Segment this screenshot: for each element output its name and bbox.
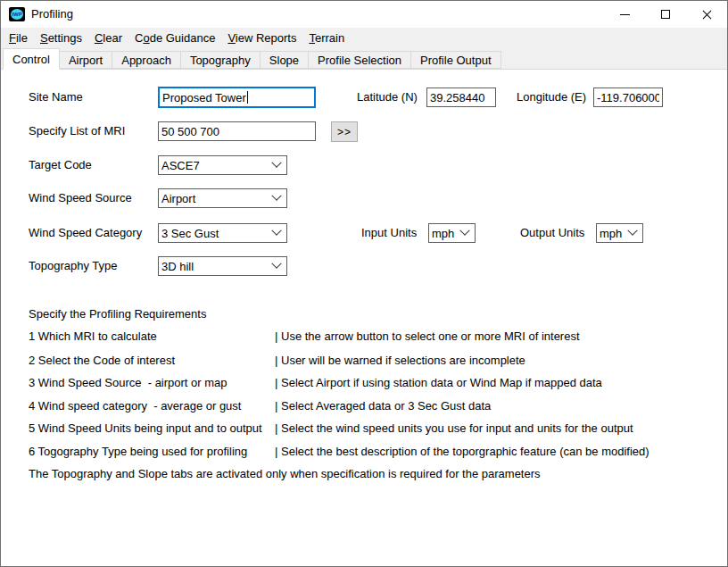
topography-type-label: Topography Type [29,256,118,276]
tab-approach[interactable]: Approach [112,51,181,69]
instruction-row: 1 Which MRI to calculate | Use the arrow… [29,329,707,344]
instruction-row: 5 Wind Speed Units being input and to ou… [29,421,707,436]
window-title: Profiling [31,1,73,28]
menu-terrain[interactable]: Terrain [302,28,351,48]
instructions-footer: The Topography and Slope tabs are activa… [29,467,541,481]
mri-input[interactable] [158,121,316,141]
site-name-input[interactable]: Proposed Tower [158,87,316,108]
target-code-label: Target Code [29,155,92,175]
instruction-row: 4 Wind speed category - average or gust … [29,399,707,413]
tab-profile-output[interactable]: Profile Output [410,51,501,69]
chevron-down-icon [271,191,281,201]
minimize-button[interactable] [604,1,645,28]
menubar: File Settings Clear Code Guidance View R… [1,28,727,48]
wind-speed-source-combobox[interactable]: Airport [158,188,287,208]
control-tab-page: Site Name Proposed Tower Latitude (N) Lo… [1,70,727,566]
instruction-row: 2 Select the Code of interest | User wil… [29,354,707,368]
longitude-input[interactable] [593,88,663,107]
tab-control[interactable]: Control [3,48,60,70]
maximize-icon [661,10,670,19]
minimize-icon [620,14,630,15]
output-units-combobox[interactable]: mph [596,223,643,243]
longitude-label: Longitude (E) [517,88,586,107]
wind-speed-source-label: Wind Speed Source [29,188,132,208]
close-icon [701,9,713,21]
maximize-button[interactable] [645,1,686,28]
wind-speed-category-combobox[interactable]: 3 Sec Gust [158,223,287,243]
chevron-down-icon [627,226,637,236]
chevron-down-icon [271,226,281,236]
menu-settings[interactable]: Settings [34,28,88,48]
close-button[interactable] [686,1,727,28]
tab-airport[interactable]: Airport [59,51,112,69]
input-units-combobox[interactable]: mph [428,223,476,243]
profiling-window: IWP Profiling File Settings Clear Code G… [0,0,728,567]
tabstrip: Control Airport Approach Topography Slop… [1,48,727,70]
app-icon: IWP [9,7,25,21]
latitude-label: Latitude (N) [357,88,418,107]
tab-profile-selection[interactable]: Profile Selection [308,51,411,69]
tab-topography[interactable]: Topography [180,51,261,69]
menu-code-guidance[interactable]: Code Guidance [128,28,221,48]
chevron-down-icon [459,226,469,236]
target-code-combobox[interactable]: ASCE7 [158,155,287,175]
mri-label: Specify List of MRI [29,121,125,141]
titlebar: IWP Profiling [1,1,727,28]
menu-clear[interactable]: Clear [88,28,128,48]
menu-file[interactable]: File [3,28,34,48]
chevron-down-icon [271,158,281,168]
text-caret [247,91,248,104]
site-name-label: Site Name [29,88,83,107]
wind-speed-category-label: Wind Speed Category [29,223,142,243]
output-units-label: Output Units [520,223,584,243]
tab-slope[interactable]: Slope [260,51,309,69]
instructions-heading: Specify the Profiling Requirements [29,307,206,321]
input-units-label: Input Units [361,223,417,243]
latitude-input[interactable] [426,88,496,107]
instruction-row: 6 Togography Type being used for profili… [29,445,707,459]
topography-type-combobox[interactable]: 3D hill [158,256,287,276]
app-icon-globe: IWP [11,9,23,20]
menu-view-reports[interactable]: View Reports [221,28,302,48]
mri-select-button[interactable]: >> [331,121,358,142]
window-controls [604,1,727,28]
instruction-row: 3 Wind Speed Source - airport or map | S… [29,376,707,390]
chevron-down-icon [271,259,281,269]
